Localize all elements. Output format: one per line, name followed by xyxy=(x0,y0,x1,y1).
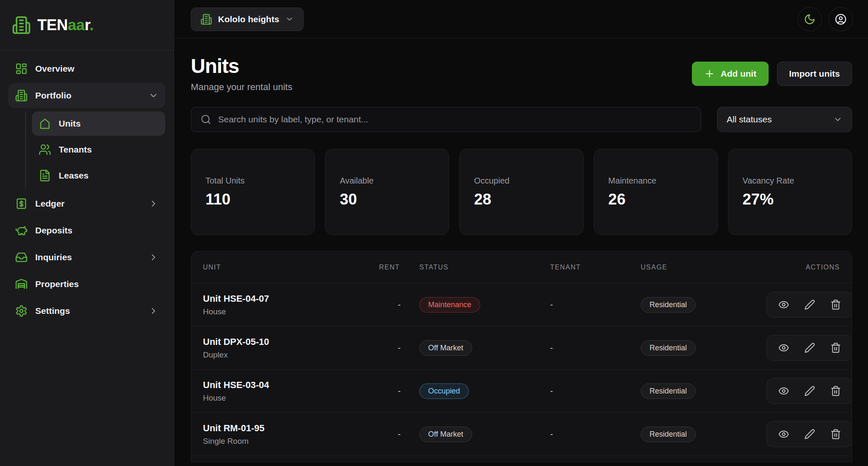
sidebar-item-inquiries[interactable]: Inquiries xyxy=(8,245,165,270)
sidebar: TENaar. Overview Portfolio xyxy=(0,0,174,466)
table-clipped-row xyxy=(191,456,852,463)
moon-icon xyxy=(804,13,816,25)
table-row: Unit DPX-05-10 Duplex - Off Market - Res… xyxy=(191,326,852,370)
delete-unit-icon[interactable] xyxy=(830,299,841,310)
sidebar-item-label: Ledger xyxy=(35,199,141,209)
edit-unit-icon[interactable] xyxy=(804,386,815,396)
app-window: TENaar. Overview Portfolio xyxy=(0,0,868,466)
stat-card-vacancy-rate: Vacancy Rate 27% xyxy=(728,149,852,235)
column-header-actions: ACTIONS xyxy=(767,264,840,271)
sidebar-item-label: Properties xyxy=(35,279,159,289)
add-unit-button[interactable]: Add unit xyxy=(692,62,769,86)
header-actions: Add unit Import units xyxy=(692,62,852,86)
account-button[interactable] xyxy=(829,7,853,31)
gear-icon xyxy=(15,305,28,317)
stat-label: Maintenance xyxy=(608,176,703,186)
sidebar-item-portfolio[interactable]: Portfolio xyxy=(8,83,165,108)
stat-label: Vacancy Rate xyxy=(743,176,837,186)
sidebar-item-tenants[interactable]: Tenants xyxy=(32,137,165,162)
unit-type: Duplex xyxy=(203,350,379,360)
portfolio-submenu: Units Tenants Leases xyxy=(25,111,165,188)
stats-cards: Total Units 110 Available 30 Occupied 28… xyxy=(191,149,852,235)
stat-value: 28 xyxy=(474,191,569,208)
import-units-button[interactable]: Import units xyxy=(777,62,852,86)
stat-label: Total Units xyxy=(205,176,300,186)
delete-unit-icon[interactable] xyxy=(830,386,841,396)
stat-label: Occupied xyxy=(474,176,569,186)
sidebar-item-label: Units xyxy=(59,119,159,129)
column-header-unit: UNIT xyxy=(203,264,379,271)
table-row: Unit RM-01-95 Single Room - Off Market -… xyxy=(191,413,852,456)
view-unit-icon[interactable] xyxy=(778,429,789,440)
page-subtitle: Manage your rental units xyxy=(191,82,292,93)
status-badge: Off Market xyxy=(419,427,472,442)
unit-type: Single Room xyxy=(203,437,379,446)
column-header-usage: USAGE xyxy=(641,264,767,271)
chevron-down-icon xyxy=(833,115,842,124)
edit-unit-icon[interactable] xyxy=(804,299,815,310)
row-actions xyxy=(767,378,852,404)
rent-value: - xyxy=(379,386,419,396)
file-text-icon xyxy=(39,169,51,182)
sidebar-item-ledger[interactable]: Ledger xyxy=(8,191,165,216)
sidebar-item-overview[interactable]: Overview xyxy=(8,56,165,81)
layout-grid-icon xyxy=(15,62,28,75)
sidebar-item-settings[interactable]: Settings xyxy=(8,298,165,324)
topbar: Kololo heights xyxy=(174,0,868,39)
search-icon xyxy=(200,114,211,125)
tenant-value: - xyxy=(550,430,641,439)
page-title: Units xyxy=(191,54,292,78)
receipt-icon xyxy=(15,197,28,210)
column-header-status: STATUS xyxy=(419,264,550,271)
sidebar-item-label: Deposits xyxy=(35,225,159,236)
warehouse-icon xyxy=(15,278,28,290)
sidebar-item-leases[interactable]: Leases xyxy=(32,163,165,188)
inbox-icon xyxy=(15,251,28,264)
tenant-value: - xyxy=(550,386,641,396)
search-input[interactable] xyxy=(218,114,691,124)
stat-value: 27% xyxy=(743,191,837,208)
status-filter-select[interactable]: All statuses xyxy=(717,107,852,132)
sidebar-item-label: Portfolio xyxy=(35,91,141,101)
stat-card-maintenance: Maintenance 26 xyxy=(594,149,718,235)
status-badge: Maintenance xyxy=(419,297,480,313)
delete-unit-icon[interactable] xyxy=(830,429,841,440)
rent-value: - xyxy=(379,300,419,310)
sidebar-item-deposits[interactable]: Deposits xyxy=(8,218,165,243)
row-actions xyxy=(767,292,852,318)
unit-name: Unit DPX-05-10 xyxy=(203,337,379,347)
chevron-right-icon xyxy=(148,306,159,316)
usage-badge: Residential xyxy=(641,383,696,399)
view-unit-icon[interactable] xyxy=(778,299,789,310)
sidebar-item-properties[interactable]: Properties xyxy=(8,272,165,297)
table-row: Unit HSE-04-07 House - Maintenance - Res… xyxy=(191,283,852,326)
main-area: Kololo heights xyxy=(174,0,868,466)
delete-unit-icon[interactable] xyxy=(830,342,841,353)
rent-value: - xyxy=(379,343,419,353)
usage-badge: Residential xyxy=(641,427,696,442)
stat-label: Available xyxy=(340,176,434,186)
row-actions xyxy=(767,421,852,447)
chevron-right-icon xyxy=(148,199,159,209)
view-unit-icon[interactable] xyxy=(778,342,789,353)
theme-toggle-button[interactable] xyxy=(798,7,822,31)
building-icon xyxy=(15,89,28,102)
add-unit-label: Add unit xyxy=(721,69,756,79)
brand-name: TENaar. xyxy=(37,16,94,34)
edit-unit-icon[interactable] xyxy=(804,342,815,353)
page-header: Units Manage your rental units Add unit … xyxy=(191,54,852,93)
property-selector[interactable]: Kololo heights xyxy=(191,8,304,31)
sidebar-item-units[interactable]: Units xyxy=(32,111,165,136)
tenant-value: - xyxy=(550,300,641,310)
users-icon xyxy=(39,143,51,156)
sidebar-item-label: Inquiries xyxy=(35,252,141,262)
edit-unit-icon[interactable] xyxy=(804,429,815,440)
sidebar-item-label: Overview xyxy=(35,64,159,74)
user-circle-icon xyxy=(835,13,847,25)
stat-value: 26 xyxy=(608,191,703,208)
usage-badge: Residential xyxy=(641,340,696,356)
sidebar-item-label: Leases xyxy=(59,171,159,181)
unit-type: House xyxy=(203,394,379,403)
view-unit-icon[interactable] xyxy=(778,386,789,396)
rent-value: - xyxy=(379,430,419,439)
